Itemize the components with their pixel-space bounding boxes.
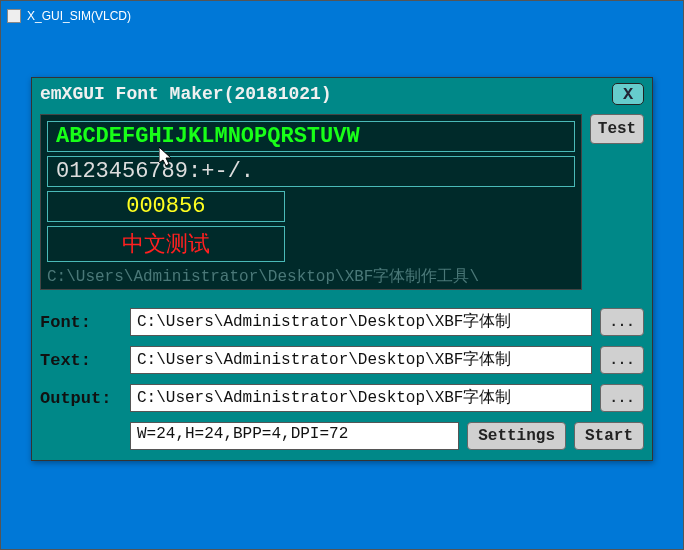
- params-input[interactable]: W=24,H=24,BPP=4,DPI=72: [130, 422, 459, 450]
- sim-canvas: emXGUI Font Maker(20181021) X ABCDEFGHIJ…: [1, 31, 683, 549]
- os-window-title: X_GUI_SIM(VLCD): [27, 9, 131, 23]
- test-button[interactable]: Test: [590, 114, 644, 144]
- settings-button[interactable]: Settings: [467, 422, 566, 450]
- font-input[interactable]: C:\Users\Administrator\Desktop\XBF字体制: [130, 308, 592, 336]
- app-titlebar[interactable]: emXGUI Font Maker(20181021) X: [32, 78, 652, 110]
- output-browse-button[interactable]: ...: [600, 384, 644, 412]
- os-titlebar: X_GUI_SIM(VLCD): [1, 1, 683, 31]
- sample-cjk: 中文测试: [47, 226, 285, 262]
- start-button[interactable]: Start: [574, 422, 644, 450]
- app-title: emXGUI Font Maker(20181021): [40, 84, 332, 104]
- font-label: Font:: [40, 313, 122, 332]
- output-row: Output: C:\Users\Administrator\Desktop\X…: [40, 384, 644, 412]
- params-row: W=24,H=24,BPP=4,DPI=72 Settings Start: [40, 422, 644, 450]
- output-label: Output:: [40, 389, 122, 408]
- app-window: emXGUI Font Maker(20181021) X ABCDEFGHIJ…: [31, 77, 653, 461]
- preview-panel: ABCDEFGHIJKLMNOPQRSTUVW 0123456789:+-/. …: [40, 114, 582, 290]
- text-input[interactable]: C:\Users\Administrator\Desktop\XBF字体制: [130, 346, 592, 374]
- form-area: Font: C:\Users\Administrator\Desktop\XBF…: [32, 296, 652, 460]
- close-icon: X: [623, 85, 633, 104]
- preview-path: C:\Users\Administrator\Desktop\XBF字体制作工具…: [47, 266, 575, 287]
- close-button[interactable]: X: [612, 83, 644, 105]
- text-browse-button[interactable]: ...: [600, 346, 644, 374]
- preview-block: ABCDEFGHIJKLMNOPQRSTUVW 0123456789:+-/. …: [40, 114, 644, 290]
- font-row: Font: C:\Users\Administrator\Desktop\XBF…: [40, 308, 644, 336]
- sample-number: 000856: [47, 191, 285, 222]
- output-input[interactable]: C:\Users\Administrator\Desktop\XBF字体制: [130, 384, 592, 412]
- sample-digits: 0123456789:+-/.: [47, 156, 575, 187]
- text-row: Text: C:\Users\Administrator\Desktop\XBF…: [40, 346, 644, 374]
- app-icon: [7, 9, 21, 23]
- font-browse-button[interactable]: ...: [600, 308, 644, 336]
- text-label: Text:: [40, 351, 122, 370]
- sample-alpha: ABCDEFGHIJKLMNOPQRSTUVW: [47, 121, 575, 152]
